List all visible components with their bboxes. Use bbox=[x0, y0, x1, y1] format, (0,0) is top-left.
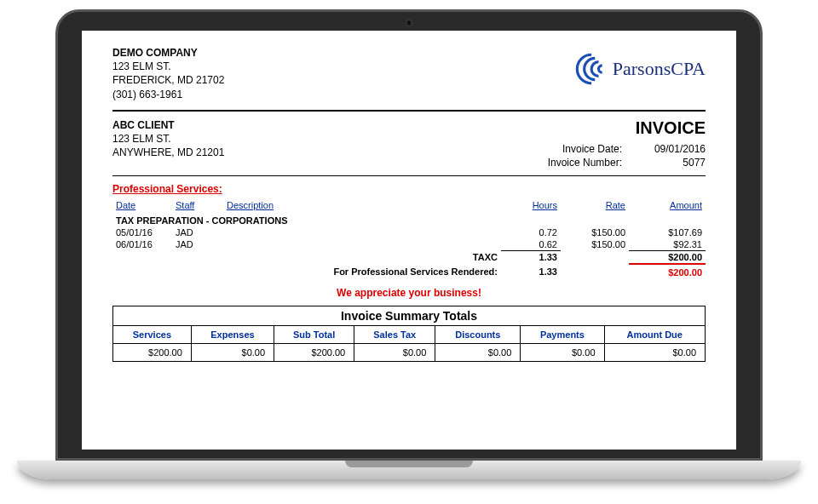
client-name: ABC CLIENT bbox=[112, 118, 224, 132]
summary-col-services: Services bbox=[113, 325, 192, 343]
col-amount: Amount bbox=[629, 198, 706, 212]
cell-desc bbox=[223, 238, 501, 251]
client-citystatezip: ANYWHERE, MD 21201 bbox=[112, 146, 224, 159]
summary-val-services: $200.00 bbox=[113, 343, 192, 361]
cell-amount: $92.31 bbox=[629, 238, 706, 251]
cell-hours: 0.72 bbox=[501, 226, 561, 238]
col-date: Date bbox=[112, 198, 172, 212]
summary-val-subtotal: $200.00 bbox=[274, 343, 354, 361]
divider bbox=[112, 175, 706, 176]
subtotal-label: TAXC bbox=[112, 250, 501, 264]
laptop-frame: DEMO COMPANY 123 ELM ST. FREDERICK, MD 2… bbox=[17, 9, 801, 495]
services-group-row: TAX PREPARATION - CORPORATIONS bbox=[112, 212, 706, 226]
laptop-lid: DEMO COMPANY 123 ELM ST. FREDERICK, MD 2… bbox=[55, 9, 763, 461]
summary-val-payments: $0.00 bbox=[521, 343, 604, 361]
col-description: Description bbox=[223, 198, 501, 212]
company-citystatezip: FREDERICK, MD 21702 bbox=[112, 73, 224, 87]
summary-col-expenses: Expenses bbox=[191, 325, 274, 343]
logo-text: ParsonsCPA bbox=[613, 58, 706, 80]
laptop-base bbox=[17, 461, 801, 479]
services-subtotal-row: TAXC 1.33 $200.00 bbox=[112, 250, 706, 264]
summary-col-salestax: Sales Tax bbox=[354, 325, 435, 343]
services-grand-row: For Professional Services Rendered: 1.33… bbox=[112, 264, 706, 278]
company-phone: (301) 663-1961 bbox=[112, 88, 224, 101]
summary-val-salestax: $0.00 bbox=[354, 343, 435, 361]
col-staff: Staff bbox=[172, 198, 223, 212]
summary-caption: Invoice Summary Totals bbox=[112, 306, 706, 325]
services-section-title: Professional Services: bbox=[112, 183, 706, 195]
cell-rate: $150.00 bbox=[561, 238, 629, 251]
summary-header-row: Services Expenses Sub Total Sales Tax Di… bbox=[113, 325, 706, 343]
summary-val-discounts: $0.00 bbox=[435, 343, 521, 361]
grand-label: For Professional Services Rendered: bbox=[112, 264, 501, 278]
invoice-document: DEMO COMPANY 123 ELM ST. FREDERICK, MD 2… bbox=[82, 31, 736, 362]
company-name: DEMO COMPANY bbox=[112, 46, 224, 60]
grand-amount: $200.00 bbox=[629, 264, 706, 278]
services-group-label: TAX PREPARATION - CORPORATIONS bbox=[112, 212, 706, 226]
cell-date: 06/01/16 bbox=[112, 238, 172, 251]
invoice-date-label: Invoice Date: bbox=[528, 143, 622, 155]
cell-date: 05/01/16 bbox=[112, 226, 172, 238]
document-header: DEMO COMPANY 123 ELM ST. FREDERICK, MD 2… bbox=[112, 46, 706, 101]
cell-amount: $107.69 bbox=[629, 226, 706, 238]
col-hours: Hours bbox=[501, 198, 561, 212]
invoice-number-value: 5077 bbox=[637, 157, 706, 169]
cell-staff: JAD bbox=[172, 238, 223, 251]
col-rate: Rate bbox=[561, 198, 629, 212]
cell-rate: $150.00 bbox=[561, 226, 629, 238]
client-invoice-row: ABC CLIENT 123 ELM ST. ANYWHERE, MD 2120… bbox=[112, 118, 706, 170]
cell-hours: 0.62 bbox=[501, 238, 561, 251]
cell-staff: JAD bbox=[172, 226, 223, 238]
appreciation-message: We appreciate your business! bbox=[112, 287, 706, 299]
services-table: Date Staff Description Hours Rate Amount… bbox=[112, 198, 706, 278]
summary-val-amountdue: $0.00 bbox=[604, 343, 706, 361]
subtotal-hours: 1.33 bbox=[501, 250, 561, 264]
summary-val-expenses: $0.00 bbox=[191, 343, 274, 361]
grand-hours: 1.33 bbox=[501, 264, 561, 278]
invoice-title: INVOICE bbox=[528, 118, 706, 138]
summary-col-payments: Payments bbox=[521, 325, 604, 343]
client-block: ABC CLIENT 123 ELM ST. ANYWHERE, MD 2120… bbox=[112, 118, 224, 170]
services-row: 05/01/16 JAD 0.72 $150.00 $107.69 bbox=[112, 226, 706, 238]
company-block: DEMO COMPANY 123 ELM ST. FREDERICK, MD 2… bbox=[112, 46, 224, 101]
subtotal-amount: $200.00 bbox=[629, 250, 706, 264]
summary-value-row: $200.00 $0.00 $200.00 $0.00 $0.00 $0.00 … bbox=[113, 343, 706, 361]
camera-icon bbox=[406, 20, 412, 26]
summary-col-subtotal: Sub Total bbox=[274, 325, 354, 343]
summary-table: Invoice Summary Totals Services Expenses… bbox=[112, 306, 706, 362]
services-row: 06/01/16 JAD 0.62 $150.00 $92.31 bbox=[112, 238, 706, 251]
invoice-heading: INVOICE Invoice Date: 09/01/2016 Invoice… bbox=[528, 118, 706, 170]
cell-desc bbox=[223, 226, 501, 238]
invoice-date-value: 09/01/2016 bbox=[637, 143, 706, 155]
services-header-row: Date Staff Description Hours Rate Amount bbox=[112, 198, 706, 212]
summary-col-amountdue: Amount Due bbox=[604, 325, 706, 343]
logo-arc-icon bbox=[572, 51, 608, 87]
company-street: 123 ELM ST. bbox=[112, 60, 224, 73]
company-logo: ParsonsCPA bbox=[572, 51, 706, 87]
screen: DEMO COMPANY 123 ELM ST. FREDERICK, MD 2… bbox=[82, 31, 736, 450]
summary-col-discounts: Discounts bbox=[435, 325, 521, 343]
invoice-number-label: Invoice Number: bbox=[528, 157, 622, 169]
client-street: 123 ELM ST. bbox=[112, 132, 224, 146]
divider bbox=[112, 110, 706, 112]
